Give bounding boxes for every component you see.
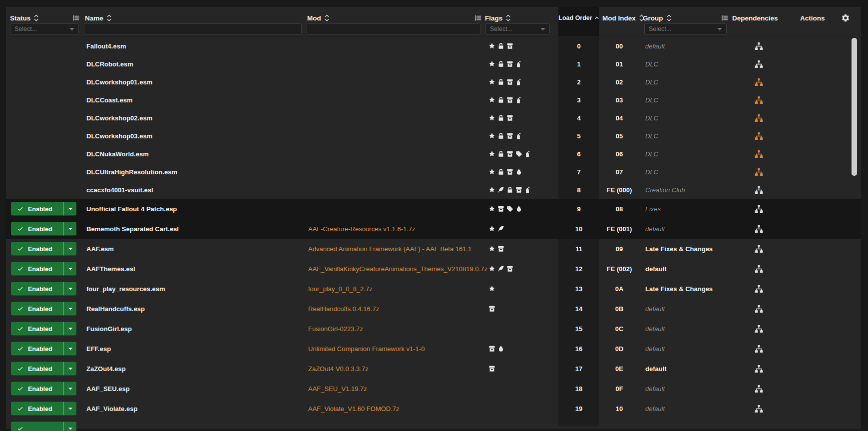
plugin-row[interactable]: Fallout4.esm000default (6, 37, 861, 55)
plugin-group: Late Fixes & Changes (645, 239, 713, 259)
archive-icon (506, 168, 513, 175)
plugin-status-enabled-button[interactable]: Enabled (11, 302, 76, 316)
lock-icon (497, 60, 504, 67)
status-dropdown-caret[interactable] (63, 302, 76, 316)
star-icon (488, 60, 495, 67)
plugin-row[interactable]: DLCRobot.esm101DLC (6, 55, 861, 73)
status-dropdown-caret[interactable] (63, 422, 76, 431)
dependencies-cell[interactable] (755, 109, 763, 127)
plugin-row[interactable]: EnabledAAF_SEU.espAAF_SEU_V1.19.7z180Fde… (6, 379, 861, 399)
plugin-row[interactable]: EnabledAAFThemes.eslAAF_VanillaKinkyCrea… (6, 259, 861, 279)
plugin-row[interactable]: DLCworkshop03.esm505DLC (6, 127, 861, 145)
status-dropdown-caret[interactable] (63, 322, 76, 336)
archive-icon (506, 96, 513, 103)
plugin-row[interactable]: EnabledUnofficial Fallout 4 Patch.esp908… (6, 199, 861, 219)
mod-link[interactable]: FusionGirl-0223.7z (308, 319, 363, 339)
dependencies-cell[interactable] (755, 299, 763, 319)
dependencies-cell[interactable] (755, 239, 763, 259)
plugin-group: Creation Club (645, 181, 685, 199)
plugin-row[interactable]: Enabledfour_play_resources.esmfour_play_… (6, 279, 861, 299)
plugin-status-enabled-button[interactable]: Enabled (11, 362, 76, 376)
dependencies-cell[interactable] (755, 399, 763, 419)
plugin-row[interactable]: EnabledAAF_Violate.espAAF_Violate_V1.60 … (6, 399, 861, 419)
status-dropdown-caret[interactable] (63, 402, 76, 416)
plugin-status-enabled-button[interactable] (11, 422, 76, 431)
status-dropdown-caret[interactable] (63, 242, 76, 256)
chevron-down-icon (68, 388, 72, 390)
archive-icon (488, 305, 495, 312)
dependencies-cell[interactable] (755, 127, 763, 145)
load-order-value: 1 (558, 55, 599, 73)
dependencies-cell[interactable] (755, 259, 763, 279)
plugin-row[interactable]: EnabledEFF.espUnlimited Companion Framew… (6, 339, 861, 359)
status-dropdown-caret[interactable] (63, 362, 76, 376)
dependencies-cell[interactable] (755, 339, 763, 359)
dependencies-cell[interactable] (755, 91, 763, 109)
plugin-row[interactable]: DLCNukaWorld.esm606DLC (6, 145, 861, 163)
sitemap-dependencies-icon (755, 225, 763, 233)
load-order-value: 3 (558, 91, 599, 109)
mod-link[interactable]: ZaZOut4 V0.0.3.3.7z (308, 359, 369, 379)
load-order-value: 14 (558, 299, 599, 319)
mod-link[interactable]: AAF_Violate_V1.60 FOMOD.7z (308, 399, 400, 419)
plugin-row[interactable]: EnabledRealHandcuffs.espRealHandcuffs.0.… (6, 299, 861, 319)
mod-link[interactable]: AAF_VanillaKinkyCreatureAnimations_Theme… (308, 259, 487, 279)
mod-link[interactable]: RealHandcuffs.0.4.16.7z (308, 299, 379, 319)
check-icon (17, 226, 23, 232)
star-icon (488, 225, 495, 232)
plugin-row-partial[interactable] (6, 419, 861, 431)
dependencies-cell[interactable] (755, 145, 763, 163)
dependencies-cell[interactable] (755, 199, 763, 219)
plugin-flags (488, 91, 522, 109)
mod-link[interactable]: AAF-Creature-Resources v1.1.6-1.7z (308, 219, 416, 239)
plugin-status-enabled-button[interactable]: Enabled (11, 402, 76, 416)
chevron-down-icon (68, 208, 72, 210)
plugin-flags (488, 163, 522, 181)
plugin-row[interactable]: ccacxfo4001-vsuit.esl8FE (000)Creation C… (6, 181, 861, 199)
plugin-status-enabled-button[interactable]: Enabled (11, 382, 76, 396)
plugin-status-enabled-button[interactable]: Enabled (11, 262, 76, 276)
status-button-label: Enabled (28, 385, 63, 392)
chevron-down-icon (68, 248, 72, 250)
plugin-row[interactable]: EnabledBememoth Separated Cart.eslAAF-Cr… (6, 219, 861, 239)
plugin-status-enabled-button[interactable]: Enabled (11, 322, 76, 336)
plugin-row[interactable]: EnabledFusionGirl.espFusionGirl-0223.7z1… (6, 319, 861, 339)
plugin-group: DLC (645, 91, 658, 109)
status-button-label: Enabled (28, 405, 63, 412)
plugin-row[interactable]: DLCUltraHighResolution.esm707DLC (6, 163, 861, 181)
dependencies-cell[interactable] (755, 163, 763, 181)
dependencies-cell[interactable] (755, 319, 763, 339)
load-order-value: 17 (558, 359, 599, 379)
plugin-row[interactable]: DLCworkshop01.esm202DLC (6, 73, 861, 91)
dependencies-cell[interactable] (755, 55, 763, 73)
dependencies-cell[interactable] (755, 73, 763, 91)
dependencies-cell[interactable] (755, 359, 763, 379)
chevron-down-icon (68, 228, 72, 230)
mod-link[interactable]: four_play_0_0_8_2.7z (308, 279, 373, 299)
plugin-status-enabled-button[interactable]: Enabled (11, 282, 76, 296)
dependencies-cell[interactable] (755, 181, 763, 199)
plugin-row[interactable]: EnabledZaZOut4.espZaZOut4 V0.0.3.3.7z170… (6, 359, 861, 379)
mod-link[interactable]: AAF_SEU_V1.19.7z (308, 379, 367, 399)
sitemap-dependencies-icon (755, 385, 763, 393)
status-dropdown-caret[interactable] (63, 262, 76, 276)
status-dropdown-caret[interactable] (63, 222, 76, 236)
plugin-status-enabled-button[interactable]: Enabled (11, 222, 76, 236)
status-dropdown-caret[interactable] (63, 202, 76, 216)
status-dropdown-caret[interactable] (63, 382, 76, 396)
plugin-status-enabled-button[interactable]: Enabled (11, 342, 76, 356)
plugin-status-enabled-button[interactable]: Enabled (11, 242, 76, 256)
mod-link[interactable]: Unlimited Companion Framework v1-1-0 (308, 339, 425, 359)
dependencies-cell[interactable] (755, 219, 763, 239)
status-dropdown-caret[interactable] (63, 342, 76, 356)
plugin-row[interactable]: DLCCoast.esm303DLC (6, 91, 861, 109)
dependencies-cell[interactable] (755, 379, 763, 399)
plugin-status-enabled-button[interactable]: Enabled (11, 202, 76, 216)
status-dropdown-caret[interactable] (63, 282, 76, 296)
mod-link[interactable]: Advanced Animation Framework (AAF) - AAF… (308, 239, 471, 259)
dependencies-cell[interactable] (755, 279, 763, 299)
plugin-row[interactable]: DLCworkshop02.esm404DLC (6, 109, 861, 127)
dependencies-cell[interactable] (755, 37, 763, 55)
plugin-row[interactable]: EnabledAAF.esmAdvanced Animation Framewo… (6, 239, 861, 259)
vertical-scrollbar-thumb[interactable] (852, 38, 857, 176)
